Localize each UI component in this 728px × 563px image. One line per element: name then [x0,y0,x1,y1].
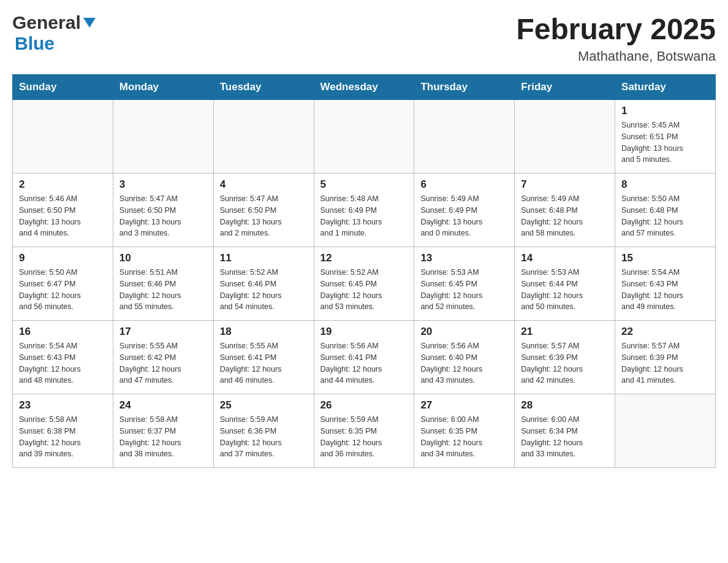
day-info: Sunrise: 5:46 AM Sunset: 6:50 PM Dayligh… [19,193,107,239]
svg-marker-0 [83,18,96,28]
day-info: Sunrise: 5:54 AM Sunset: 6:43 PM Dayligh… [621,267,709,313]
day-number: 20 [420,326,508,338]
day-number: 11 [220,252,308,264]
day-number: 6 [420,178,508,191]
day-number: 27 [420,399,508,412]
calendar-cell: 20Sunrise: 5:56 AM Sunset: 6:40 PM Dayli… [414,321,515,394]
location-title: Mathathane, Botswana [516,48,716,64]
page-header: General Blue February 2025 Mathathane, B… [12,12,716,64]
day-number: 18 [220,326,308,338]
day-info: Sunrise: 5:55 AM Sunset: 6:42 PM Dayligh… [119,340,207,386]
calendar-cell: 8Sunrise: 5:50 AM Sunset: 6:48 PM Daylig… [615,174,716,247]
weekday-header-thursday: Thursday [414,75,515,100]
week-row-1: 1Sunrise: 5:45 AM Sunset: 6:51 PM Daylig… [13,100,716,174]
day-number: 1 [621,105,709,117]
calendar-cell: 11Sunrise: 5:52 AM Sunset: 6:46 PM Dayli… [213,247,314,321]
logo-general-text: General [12,12,81,33]
calendar-cell: 21Sunrise: 5:57 AM Sunset: 6:39 PM Dayli… [515,321,615,394]
month-title: February 2025 [516,12,716,46]
calendar-cell: 26Sunrise: 5:59 AM Sunset: 6:35 PM Dayli… [314,394,414,468]
day-number: 8 [621,178,709,191]
calendar-table: SundayMondayTuesdayWednesdayThursdayFrid… [12,74,716,468]
day-info: Sunrise: 5:50 AM Sunset: 6:47 PM Dayligh… [19,267,107,313]
day-info: Sunrise: 5:52 AM Sunset: 6:46 PM Dayligh… [220,267,308,313]
day-number: 2 [19,178,107,191]
calendar-cell: 4Sunrise: 5:47 AM Sunset: 6:50 PM Daylig… [213,174,314,247]
calendar-cell [113,100,213,174]
weekday-header-saturday: Saturday [615,75,716,100]
day-number: 26 [320,399,408,412]
day-info: Sunrise: 5:58 AM Sunset: 6:38 PM Dayligh… [19,414,107,460]
calendar-cell [515,100,615,174]
calendar-cell: 25Sunrise: 5:59 AM Sunset: 6:36 PM Dayli… [213,394,314,468]
day-number: 25 [220,399,308,412]
day-number: 21 [521,326,609,338]
day-info: Sunrise: 6:00 AM Sunset: 6:35 PM Dayligh… [420,414,508,460]
day-info: Sunrise: 5:57 AM Sunset: 6:39 PM Dayligh… [521,340,609,386]
calendar-cell: 13Sunrise: 5:53 AM Sunset: 6:45 PM Dayli… [414,247,515,321]
day-info: Sunrise: 5:56 AM Sunset: 6:41 PM Dayligh… [320,340,408,386]
calendar-cell: 24Sunrise: 5:58 AM Sunset: 6:37 PM Dayli… [113,394,213,468]
calendar-cell [414,100,515,174]
calendar-cell: 12Sunrise: 5:52 AM Sunset: 6:45 PM Dayli… [314,247,414,321]
title-section: February 2025 Mathathane, Botswana [516,12,716,64]
day-info: Sunrise: 5:56 AM Sunset: 6:40 PM Dayligh… [420,340,508,386]
calendar-cell: 18Sunrise: 5:55 AM Sunset: 6:41 PM Dayli… [213,321,314,394]
weekday-header-friday: Friday [515,75,615,100]
week-row-5: 23Sunrise: 5:58 AM Sunset: 6:38 PM Dayli… [13,394,716,468]
calendar-header-row: SundayMondayTuesdayWednesdayThursdayFrid… [13,75,716,100]
day-info: Sunrise: 5:54 AM Sunset: 6:43 PM Dayligh… [19,340,107,386]
day-number: 4 [220,178,308,191]
calendar-cell [213,100,314,174]
day-info: Sunrise: 6:00 AM Sunset: 6:34 PM Dayligh… [521,414,609,460]
calendar-cell [13,100,113,174]
logo-blue-text: Blue [15,33,55,53]
calendar-cell: 10Sunrise: 5:51 AM Sunset: 6:46 PM Dayli… [113,247,213,321]
calendar-cell [314,100,414,174]
calendar-cell: 17Sunrise: 5:55 AM Sunset: 6:42 PM Dayli… [113,321,213,394]
weekday-header-sunday: Sunday [13,75,113,100]
calendar-cell: 27Sunrise: 6:00 AM Sunset: 6:35 PM Dayli… [414,394,515,468]
day-info: Sunrise: 5:59 AM Sunset: 6:36 PM Dayligh… [220,414,308,460]
day-number: 10 [119,252,207,264]
week-row-3: 9Sunrise: 5:50 AM Sunset: 6:47 PM Daylig… [13,247,716,321]
day-number: 9 [19,252,107,264]
day-info: Sunrise: 5:47 AM Sunset: 6:50 PM Dayligh… [119,193,207,239]
day-info: Sunrise: 5:53 AM Sunset: 6:44 PM Dayligh… [521,267,609,313]
day-number: 28 [521,399,609,412]
calendar-cell: 19Sunrise: 5:56 AM Sunset: 6:41 PM Dayli… [314,321,414,394]
calendar-cell: 15Sunrise: 5:54 AM Sunset: 6:43 PM Dayli… [615,247,716,321]
day-info: Sunrise: 5:57 AM Sunset: 6:39 PM Dayligh… [621,340,709,386]
calendar-cell [615,394,716,468]
calendar-cell: 6Sunrise: 5:49 AM Sunset: 6:49 PM Daylig… [414,174,515,247]
day-number: 17 [119,326,207,338]
calendar-cell: 16Sunrise: 5:54 AM Sunset: 6:43 PM Dayli… [13,321,113,394]
day-number: 13 [420,252,508,264]
day-info: Sunrise: 5:49 AM Sunset: 6:49 PM Dayligh… [420,193,508,239]
day-number: 19 [320,326,408,338]
calendar-cell: 22Sunrise: 5:57 AM Sunset: 6:39 PM Dayli… [615,321,716,394]
calendar-cell: 5Sunrise: 5:48 AM Sunset: 6:49 PM Daylig… [314,174,414,247]
day-number: 3 [119,178,207,191]
day-info: Sunrise: 5:48 AM Sunset: 6:49 PM Dayligh… [320,193,408,239]
calendar-cell: 28Sunrise: 6:00 AM Sunset: 6:34 PM Dayli… [515,394,615,468]
weekday-header-wednesday: Wednesday [314,75,414,100]
day-info: Sunrise: 5:49 AM Sunset: 6:48 PM Dayligh… [521,193,609,239]
calendar-cell: 2Sunrise: 5:46 AM Sunset: 6:50 PM Daylig… [13,174,113,247]
calendar-cell: 7Sunrise: 5:49 AM Sunset: 6:48 PM Daylig… [515,174,615,247]
day-number: 23 [19,399,107,412]
day-info: Sunrise: 5:53 AM Sunset: 6:45 PM Dayligh… [420,267,508,313]
calendar-cell: 1Sunrise: 5:45 AM Sunset: 6:51 PM Daylig… [615,100,716,174]
day-info: Sunrise: 5:50 AM Sunset: 6:48 PM Dayligh… [621,193,709,239]
day-number: 7 [521,178,609,191]
weekday-header-tuesday: Tuesday [213,75,314,100]
day-number: 14 [521,252,609,264]
weekday-header-monday: Monday [113,75,213,100]
calendar-cell: 3Sunrise: 5:47 AM Sunset: 6:50 PM Daylig… [113,174,213,247]
day-info: Sunrise: 5:51 AM Sunset: 6:46 PM Dayligh… [119,267,207,313]
day-info: Sunrise: 5:47 AM Sunset: 6:50 PM Dayligh… [220,193,308,239]
calendar-cell: 14Sunrise: 5:53 AM Sunset: 6:44 PM Dayli… [515,247,615,321]
day-number: 5 [320,178,408,191]
week-row-2: 2Sunrise: 5:46 AM Sunset: 6:50 PM Daylig… [13,174,716,247]
day-number: 22 [621,326,709,338]
